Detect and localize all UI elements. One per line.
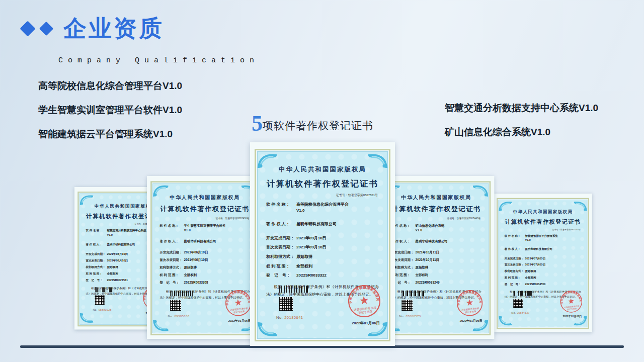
cert-fields: 软 件 名 称： 高等院校信息化综合管理平台V1.0 著 作 权 人： 昆明华研… <box>266 202 379 279</box>
cert-title: 计算机软件著作权登记证书 <box>256 178 389 190</box>
barcode-image <box>513 291 533 296</box>
certificate-frame: 中华人民共和国国家版权局 计算机软件著作权登记证书 证书号：软著登字第88678… <box>255 149 390 341</box>
corner-flourish-icon <box>153 184 170 197</box>
cert-field-acquisition: 权利取得方式： 原始取得 <box>505 269 581 274</box>
cert-field-pub-date: 首次发表日期： 2021年06月10日 <box>160 258 250 262</box>
cert-field-scope: 权 利 范 围： 全部权利 <box>505 276 581 280</box>
barcode-image <box>401 291 425 296</box>
cert-fields: 软 件 名 称： 智能建筑据云平台管理系统V1.0 著 作 权 人： 昆明华研科… <box>505 234 581 286</box>
qr-code-image <box>401 300 413 311</box>
certificate-image: 中华人民共和国国家版权局 计算机软件著作权登记证书 证书号：软著登字第89011… <box>494 194 592 332</box>
cert-number: 证书号：软著登字第8901143号 <box>498 228 588 231</box>
copyright-seal-stamp: 中华人民共和国国家版权局 ★ 计算机软件著作权 登记专用章 <box>454 288 486 319</box>
corner-flourish-icon <box>258 321 279 338</box>
cert-issue-date: 2022年01月06日 <box>460 319 482 323</box>
cert-issue-date: 2022年01月06日 <box>228 319 251 323</box>
cert-field-reg-no: 登 记 号： 2022SR0033322 <box>266 273 379 279</box>
product-item: 智慧交通分析数据支持中心系统V1.0 <box>445 102 598 115</box>
corner-flourish-icon <box>153 319 170 333</box>
cert-field-acquisition: 权利取得方式： 原始取得 <box>266 254 379 260</box>
corner-flourish-icon <box>499 200 513 212</box>
slide: 企业资质 Company Qualification 高等院校信息化综合管理平台… <box>0 0 644 362</box>
cert-field-acquisition: 权利取得方式： 原始取得 <box>160 265 250 270</box>
certificate-image: 中华人民共和国国家版权局 计算机软件著作权登记证书 证书号：软著登字第88674… <box>147 176 263 339</box>
certificate-frame: 中华人民共和国国家版权局 计算机软件著作权登记证书 证书号：软著登字第88674… <box>382 181 491 335</box>
cert-field-dev-date: 开发完成日期： 2021年07月05日 <box>505 257 581 261</box>
cert-field-pub-date: 首次发表日期： 2021年10月11日 <box>391 258 481 262</box>
diamond-icon <box>39 22 53 36</box>
cert-field-reg-no: 登 记 号： 2022SR0034550 <box>505 282 581 286</box>
caption-text: 项软件著作权登记证书 <box>263 119 373 135</box>
cert-field-scope: 权 利 范 围： 全部权利 <box>391 273 481 277</box>
qr-code-image <box>95 296 105 305</box>
slide-header: 企业资质 <box>22 13 164 44</box>
certificate-frame: 中华人民共和国国家版权局 计算机软件著作权登记证书 证书号：软著登字第88674… <box>150 181 259 335</box>
svg-text:★: ★ <box>465 297 474 308</box>
barcode-image <box>95 288 116 293</box>
corner-flourish-icon <box>471 184 489 197</box>
cert-field-reg-no: 登 记 号： 2022SR0033249 <box>391 280 481 285</box>
cert-field-owner: 著 作 权 人： 昆明华研科技有限公司 <box>160 239 250 244</box>
certificate-frame: 中华人民共和国国家版权局 计算机软件著作权登记证书 证书号：软著登字第89011… <box>497 198 589 329</box>
cert-field-dev-date: 开发完成日期： 2021年09月10日 <box>266 235 379 241</box>
corner-flourish-icon <box>366 152 387 169</box>
cert-field-software-name: 软 件 名 称： 学生智慧实训室管理平台软件V1.0 <box>160 223 250 233</box>
cert-field-dev-date: 开发完成日期： 2021年06月10日 <box>160 250 250 255</box>
copyright-seal-stamp: 中华人民共和国国家版权局 ★ 计算机软件著作权 登记专用章 <box>558 289 584 315</box>
cert-field-pub-date: 首次发表日期： 2021年07月05日 <box>505 263 581 267</box>
cert-issue-date: 2022年01月06日 <box>352 321 380 326</box>
corner-flourish-icon <box>573 200 587 212</box>
certificate-image: 中华人民共和国国家版权局 计算机软件著作权登记证书 证书号：软著登字第88674… <box>378 176 494 339</box>
cert-field-software-name: 软 件 名 称： 高等院校信息化综合管理平台V1.0 <box>266 202 379 213</box>
corner-flourish-icon <box>258 152 279 169</box>
product-list-right: 智慧交通分析数据支持中心系统V1.0 矿山信息化综合系统V1.0 <box>445 102 598 150</box>
certificates-caption: 5 项软件著作权登记证书 <box>252 113 373 135</box>
qr-code-image <box>279 297 293 311</box>
cert-field-owner: 著 作 权 人： 昆明华研科技有限公司 <box>505 247 581 251</box>
cert-field-owner: 著 作 权 人： 昆明华研科技有限公司 <box>391 239 481 244</box>
barcode-image <box>170 291 193 296</box>
cert-title: 计算机软件著作权登记证书 <box>383 205 490 214</box>
cert-number: 证书号：软著登字第8867436号 <box>152 217 258 220</box>
product-item: 高等院校信息化综合管理平台V1.0 <box>38 79 182 93</box>
cert-number: 证书号：软著登字第8867821号 <box>256 193 389 198</box>
copyright-seal-stamp: 中华人民共和国国家版权局 ★ 计算机软件著作权 登记专用章 <box>223 288 254 319</box>
cert-field-scope: 权 利 范 围： 全部权利 <box>160 273 250 277</box>
cert-serial-number: No.05884527 <box>511 311 529 314</box>
cert-field-pub-date: 首次发表日期： 2021年09月10日 <box>266 244 379 250</box>
cert-serial-number: No.09385630 <box>168 314 190 318</box>
barcode-image <box>279 286 308 293</box>
certificate-image: 中华人民共和国国家版权局 计算机软件著作权登记证书 证书号：软著登字第88678… <box>250 142 395 346</box>
cert-number: 证书号：软著登字第8867443号 <box>383 217 490 220</box>
cert-field-scope: 权 利 范 围： 全部权利 <box>266 263 379 269</box>
corner-flourish-icon <box>499 315 513 327</box>
cert-field-software-name: 软 件 名 称： 智能建筑据云平台管理系统V1.0 <box>505 234 581 242</box>
copyright-seal-stamp: 中华人民共和国国家版权局 ★ 计算机软件著作权 登记专用章 <box>345 282 384 321</box>
caption-count: 5 <box>252 113 263 135</box>
cert-fields: 软 件 名 称： 矿山信息化综合系统V1.0 著 作 权 人： 昆明华研科技有限… <box>391 223 481 285</box>
cert-serial-number: No.05880228 <box>93 308 111 311</box>
product-item: 学生智慧实训室管理平台软件V1.0 <box>38 104 182 117</box>
cert-title: 计算机软件著作权登记证书 <box>152 205 258 214</box>
page-title: 企业资质 <box>63 13 164 44</box>
cert-serial-number: No.05880573 <box>399 314 421 318</box>
product-list-left: 高等院校信息化综合管理平台V1.0 学生智慧实训室管理平台软件V1.0 智能建筑… <box>38 79 182 152</box>
svg-text:★: ★ <box>359 294 370 307</box>
cert-title: 计算机软件著作权登记证书 <box>498 218 588 226</box>
cert-field-reg-no: 登 记 号： 2022SR0033308 <box>160 280 250 285</box>
cert-field-dev-date: 开发完成日期： 2021年10月11日 <box>391 250 481 255</box>
qr-code-image <box>513 299 522 308</box>
page-subtitle: Company Qualification <box>58 56 259 65</box>
qr-code-image <box>170 300 181 311</box>
corner-flourish-icon <box>80 194 95 206</box>
diamond-icon <box>20 21 35 36</box>
cert-field-acquisition: 权利取得方式： 原始取得 <box>391 265 481 270</box>
cert-fields: 软 件 名 称： 学生智慧实训室管理平台软件V1.0 著 作 权 人： 昆明华研… <box>160 223 250 285</box>
svg-text:★: ★ <box>234 297 243 308</box>
cert-serial-number: No.20185641 <box>276 315 303 320</box>
cert-field-owner: 著 作 权 人： 昆明华研科技有限公司 <box>266 221 379 227</box>
cert-issue-date: 2022年01月06日 <box>562 315 582 318</box>
cert-field-software-name: 软 件 名 称： 矿山信息化综合系统V1.0 <box>391 223 481 233</box>
product-item: 智能建筑据云平台管理系统V1.0 <box>38 128 182 141</box>
corner-flourish-icon <box>80 312 95 324</box>
